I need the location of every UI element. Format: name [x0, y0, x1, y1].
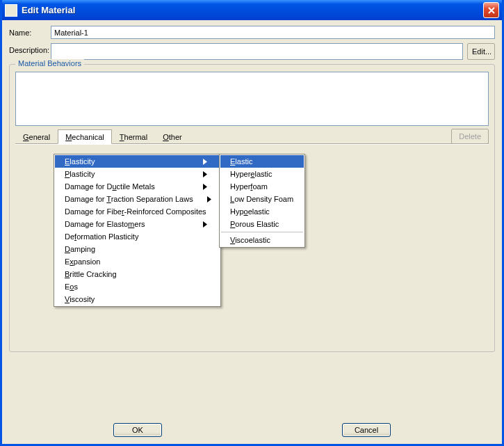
- elasticity-item-2[interactable]: Hyperfoam: [220, 180, 304, 193]
- elasticity-separator: [221, 232, 303, 232]
- elasticity-item-4[interactable]: Hypoelastic: [220, 205, 304, 218]
- elasticity-item-label: Hyperfoam: [230, 182, 268, 191]
- elasticity-item-5[interactable]: Porous Elastic: [220, 218, 304, 230]
- mechanical-item-0[interactable]: Elasticity: [55, 155, 220, 168]
- mechanical-item-label: Damage for Traction Separation Laws: [65, 195, 193, 203]
- mechanical-item-4[interactable]: Damage for Fiber-Reinforced Composites: [55, 205, 220, 218]
- elasticity-item-label: Hyperelastic: [230, 170, 273, 178]
- mechanical-item-6[interactable]: Deformation Plasticity: [55, 230, 220, 243]
- mechanical-item-label: Elasticity: [65, 157, 95, 166]
- description-label: Description:: [9, 43, 51, 54]
- mechanical-item-label: Deformation Plasticity: [65, 232, 138, 241]
- mechanical-item-label: Damage for Elastomers: [65, 220, 145, 228]
- dialog-button-bar: OK Cancel: [2, 423, 502, 437]
- menu-general[interactable]: General: [15, 129, 58, 144]
- elasticity-item-label: Porous Elastic: [230, 220, 279, 228]
- mechanical-item-11[interactable]: Viscosity: [55, 293, 220, 305]
- edit-material-dialog: Edit Material Name: Description: Edit...…: [0, 0, 504, 446]
- elasticity-item-label: Low Density Foam: [230, 195, 293, 203]
- mechanical-item-label: Brittle Cracking: [65, 270, 117, 278]
- mechanical-item-5[interactable]: Damage for Elastomers: [55, 218, 220, 230]
- mechanical-item-label: Damage for Ductile Metals: [65, 182, 155, 191]
- name-input[interactable]: [51, 26, 495, 39]
- mechanical-item-3[interactable]: Damage for Traction Separation Laws: [55, 193, 220, 205]
- ok-button[interactable]: OK: [113, 423, 162, 437]
- menu-thermal[interactable]: Thermal: [112, 129, 155, 144]
- submenu-arrow-icon: [193, 196, 211, 202]
- edit-description-button[interactable]: Edit...: [467, 43, 495, 60]
- mechanical-item-9[interactable]: Brittle Cracking: [55, 268, 220, 280]
- mechanical-item-label: Eos: [65, 282, 78, 291]
- mechanical-item-1[interactable]: Plasticity: [55, 168, 220, 180]
- elasticity-item-7[interactable]: Viscoelastic: [220, 234, 304, 246]
- mechanical-item-2[interactable]: Damage for Ductile Metals: [55, 180, 220, 193]
- elasticity-item-3[interactable]: Low Density Foam: [220, 193, 304, 205]
- cancel-button[interactable]: Cancel: [342, 423, 391, 437]
- submenu-arrow-icon: [189, 184, 207, 190]
- mechanical-item-label: Plasticity: [65, 170, 95, 178]
- mechanical-item-label: Viscosity: [65, 295, 95, 303]
- menu-other[interactable]: Other: [155, 129, 190, 144]
- mechanical-item-label: Damage for Fiber-Reinforced Composites: [65, 207, 206, 216]
- elasticity-item-1[interactable]: Hyperelastic: [220, 168, 304, 180]
- elasticity-submenu: ElasticHyperelasticHyperfoamLow Density …: [219, 154, 305, 248]
- elasticity-item-label: Viscoelastic: [230, 236, 270, 244]
- mechanical-item-label: Damping: [65, 245, 95, 253]
- submenu-arrow-icon: [189, 171, 207, 177]
- titlebar[interactable]: Edit Material: [2, 0, 502, 20]
- menu-mechanical[interactable]: Mechanical: [58, 129, 112, 144]
- elasticity-item-0[interactable]: Elastic: [220, 155, 304, 168]
- material-behaviors-title: Material Behaviors: [15, 59, 84, 67]
- name-label: Name:: [9, 29, 51, 37]
- material-behaviors-list[interactable]: [15, 72, 489, 126]
- mechanical-item-8[interactable]: Expansion: [55, 255, 220, 268]
- delete-behavior-button: Delete: [451, 129, 489, 144]
- mechanical-item-10[interactable]: Eos: [55, 280, 220, 293]
- submenu-arrow-icon: [189, 159, 207, 165]
- elasticity-item-label: Hypoelastic: [230, 207, 270, 216]
- close-button[interactable]: [483, 2, 499, 18]
- submenu-arrow-icon: [189, 221, 207, 228]
- behavior-menubar: General Mechanical Thermal Other Delete: [15, 129, 489, 144]
- app-icon: [5, 4, 17, 17]
- elasticity-item-label: Elastic: [230, 157, 252, 166]
- mechanical-item-label: Expansion: [65, 257, 100, 266]
- description-input[interactable]: [51, 43, 463, 60]
- mechanical-item-7[interactable]: Damping: [55, 243, 220, 255]
- mechanical-submenu: ElasticityPlasticityDamage for Ductile M…: [54, 154, 221, 307]
- window-title: Edit Material: [22, 5, 483, 15]
